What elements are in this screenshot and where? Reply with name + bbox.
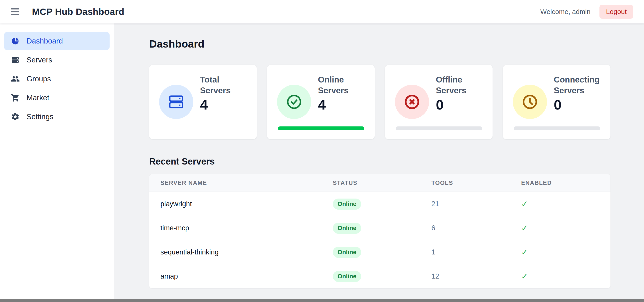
recent-servers-title: Recent Servers xyxy=(149,157,610,166)
sidebar-item-label: Settings xyxy=(26,112,53,121)
enabled-check-icon: ✓ xyxy=(521,223,610,233)
main-content: Dashboard Total Servers 4 xyxy=(114,24,644,299)
stat-card-connecting-servers: Connecting Servers 0 xyxy=(503,65,610,139)
sidebar-item-label: Groups xyxy=(26,75,51,83)
table-row[interactable]: playwright Online 21 ✓ xyxy=(149,192,610,216)
top-header: MCP Hub Dashboard Welcome, admin Logout xyxy=(0,0,644,24)
menu-icon[interactable] xyxy=(11,8,19,15)
server-icon xyxy=(11,55,20,64)
cart-icon xyxy=(11,93,20,102)
table-header-row: SERVER NAME STATUS TOOLS ENABLED xyxy=(149,174,610,192)
progress-bar xyxy=(514,126,600,130)
sidebar-item-settings[interactable]: Settings xyxy=(4,108,110,126)
table-row[interactable]: time-mcp Online 6 ✓ xyxy=(149,216,610,240)
pie-chart-icon xyxy=(11,37,20,46)
stat-card-offline-servers: Offline Servers 0 xyxy=(385,65,492,139)
tools-count: 12 xyxy=(431,272,521,280)
tools-count: 21 xyxy=(431,200,521,208)
stat-value: 0 xyxy=(554,97,602,112)
sidebar-item-dashboard[interactable]: Dashboard xyxy=(4,32,110,50)
x-circle-icon xyxy=(395,85,429,119)
status-badge: Online xyxy=(333,199,361,210)
stat-label: Offline Servers xyxy=(436,74,484,96)
stat-card-online-servers: Online Servers 4 xyxy=(267,65,375,139)
table-row[interactable]: amap Online 12 ✓ xyxy=(149,264,610,288)
column-header-server-name: SERVER NAME xyxy=(160,179,333,186)
stat-value: 4 xyxy=(200,97,248,112)
clock-icon xyxy=(513,85,547,119)
status-badge: Online xyxy=(333,271,361,282)
welcome-text: Welcome, admin xyxy=(540,8,590,16)
progress-bar xyxy=(278,126,364,130)
sidebar-item-market[interactable]: Market xyxy=(4,89,110,107)
stat-label: Total Servers xyxy=(200,74,248,96)
stat-cards: Total Servers 4 Online Servers 4 xyxy=(149,65,610,139)
column-header-tools: TOOLS xyxy=(431,179,521,186)
progress-bar xyxy=(396,126,482,130)
window-bottom-bar xyxy=(0,299,644,302)
sidebar-item-label: Market xyxy=(26,94,49,102)
server-name: amap xyxy=(160,272,333,280)
table-row[interactable]: sequential-thinking Online 1 ✓ xyxy=(149,240,610,264)
status-badge: Online xyxy=(333,223,361,234)
column-header-enabled: ENABLED xyxy=(521,179,610,186)
sidebar-item-servers[interactable]: Servers xyxy=(4,51,110,69)
stat-label: Connecting Servers xyxy=(554,74,602,96)
enabled-check-icon: ✓ xyxy=(521,271,610,281)
server-name: playwright xyxy=(160,200,333,208)
enabled-check-icon: ✓ xyxy=(521,199,610,209)
gear-icon xyxy=(11,112,20,121)
stat-label: Online Servers xyxy=(318,74,366,96)
server-name: sequential-thinking xyxy=(160,248,333,256)
stat-value: 4 xyxy=(318,97,366,112)
sidebar-item-groups[interactable]: Groups xyxy=(4,70,110,88)
check-circle-icon xyxy=(277,85,311,119)
tools-count: 1 xyxy=(431,248,521,256)
enabled-check-icon: ✓ xyxy=(521,247,610,257)
stat-value: 0 xyxy=(436,97,484,112)
stat-card-total-servers: Total Servers 4 xyxy=(149,65,257,139)
status-badge: Online xyxy=(333,247,361,258)
recent-servers-table: SERVER NAME STATUS TOOLS ENABLED playwri… xyxy=(149,174,610,288)
server-icon xyxy=(159,85,193,119)
groups-icon xyxy=(11,74,20,83)
sidebar: Dashboard Servers Groups xyxy=(0,24,114,299)
sidebar-item-label: Dashboard xyxy=(26,37,63,45)
server-name: time-mcp xyxy=(160,224,333,232)
page-title: Dashboard xyxy=(149,38,610,50)
app-title: MCP Hub Dashboard xyxy=(32,7,124,17)
column-header-status: STATUS xyxy=(333,179,431,186)
logout-button[interactable]: Logout xyxy=(600,5,633,19)
tools-count: 6 xyxy=(431,224,521,232)
sidebar-item-label: Servers xyxy=(26,56,52,64)
mcp-hub-dashboard-app: MCP Hub Dashboard Welcome, admin Logout … xyxy=(0,0,644,302)
